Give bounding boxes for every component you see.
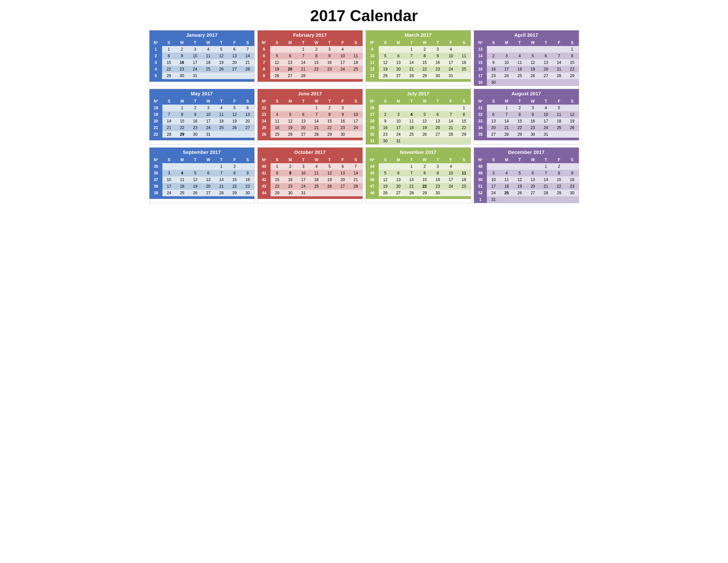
day-cell: 5: [513, 170, 526, 176]
day-cell: 4: [215, 105, 228, 111]
day-cell: 18: [176, 183, 189, 190]
table-row: 10567891011: [366, 53, 471, 59]
week-number: 2: [150, 53, 162, 59]
day-cell: [526, 163, 539, 170]
day-cell: 16: [241, 176, 254, 183]
col-header-T: T: [323, 39, 336, 46]
col-header-S: S: [270, 39, 283, 46]
month-header-0: January 2017: [150, 30, 254, 39]
day-cell: [271, 105, 284, 111]
month-green-10: November 2017NºSMTWTFS441234455678910114…: [365, 147, 471, 203]
table-row: 2916171819202122: [366, 124, 471, 131]
day-cell: 23: [487, 72, 500, 79]
day-cell: 4: [405, 111, 418, 118]
day-cell: 21: [444, 124, 457, 131]
week-number: 18: [150, 105, 163, 111]
day-cell: 19: [284, 124, 297, 131]
week-number: 35: [150, 163, 163, 170]
day-cell: 15: [323, 118, 336, 124]
day-cell: 1: [566, 46, 579, 53]
day-cell: 1: [271, 163, 284, 170]
week-number: 5: [150, 72, 162, 79]
day-cell: [566, 131, 579, 138]
col-header-T: T: [513, 39, 526, 46]
day-cell: 9: [241, 170, 254, 176]
day-cell: 18: [552, 118, 566, 124]
table-row: [366, 79, 471, 82]
col-header-Nº: Nº: [474, 98, 487, 105]
day-cell: 10: [500, 59, 513, 66]
day-cell: 12: [284, 118, 297, 124]
table-row: 9262728: [258, 72, 363, 79]
table-row: 4812: [474, 163, 579, 170]
col-header-W: W: [310, 156, 323, 163]
day-cell: 28: [539, 190, 553, 196]
table-row: 315161718192021: [150, 59, 254, 66]
day-cell: 1: [310, 105, 323, 111]
col-header-S: S: [241, 39, 254, 46]
day-cell: 27: [392, 190, 405, 196]
day-cell: [349, 72, 363, 79]
col-header-F: F: [228, 156, 241, 163]
day-cell: 14: [552, 59, 566, 66]
day-cell: 27: [241, 124, 254, 131]
day-cell: 5: [284, 111, 297, 118]
day-cell: 15: [162, 59, 175, 66]
table-row: 819202122232425: [258, 66, 363, 72]
day-cell: 24: [487, 190, 500, 196]
day-cell: 11: [176, 176, 189, 183]
col-header-Nº: Nº: [258, 39, 271, 46]
month-purple-3: April 2017NºSMTWTFS131142345678159101112…: [474, 30, 579, 86]
table-row: 401234567: [258, 163, 363, 170]
day-cell: 7: [405, 170, 418, 176]
day-cell: 10: [444, 170, 457, 176]
col-header-S: S: [487, 39, 500, 46]
day-cell: 17: [336, 59, 349, 66]
day-cell: 16: [189, 118, 202, 124]
table-row: 45567891011: [366, 170, 471, 176]
table-row: [258, 138, 363, 140]
day-cell: 5: [189, 170, 202, 176]
month-header-5: June 2017: [258, 89, 363, 98]
day-cell: 2: [418, 163, 431, 170]
col-header-F: F: [336, 39, 349, 46]
week-number: 6: [258, 53, 271, 59]
table-row: [150, 79, 254, 82]
table-row: 5293031: [150, 72, 254, 79]
table-row: 5224252627282930: [474, 190, 579, 196]
day-cell: 2: [418, 46, 431, 53]
day-cell: 10: [202, 111, 215, 118]
day-cell: [526, 46, 539, 53]
day-cell: 9: [284, 170, 297, 176]
month-red-9: October 2017NºSMTWTFS4012345674189101112…: [257, 147, 363, 203]
day-cell: 8: [513, 111, 526, 118]
col-header-Nº: Nº: [150, 39, 162, 46]
day-cell: 19: [526, 66, 539, 72]
day-cell: 2: [513, 105, 526, 111]
day-cell: 18: [271, 124, 284, 131]
col-header-S: S: [349, 98, 363, 105]
day-cell: 5: [552, 105, 566, 111]
table-row: 1112131415161718: [366, 59, 471, 66]
col-header-W: W: [202, 39, 215, 46]
day-cell: 9: [323, 53, 336, 59]
day-cell: 17: [349, 118, 363, 124]
day-cell: 9: [175, 53, 189, 59]
day-cell: 24: [444, 66, 457, 72]
day-cell: 15: [418, 176, 431, 183]
day-cell: 26: [379, 190, 392, 196]
day-cell: 18: [457, 59, 471, 66]
day-cell: [513, 196, 526, 203]
day-cell: 28: [349, 183, 363, 190]
day-cell: [487, 163, 500, 170]
day-cell: [310, 190, 323, 196]
week-number: 29: [366, 124, 379, 131]
day-cell: [379, 163, 392, 170]
col-header-Nº: Nº: [474, 39, 487, 46]
empty-row: [258, 138, 363, 140]
day-cell: 17: [444, 59, 457, 66]
day-cell: 13: [283, 59, 297, 66]
day-cell: 13: [431, 118, 445, 124]
day-cell: 11: [405, 118, 418, 124]
col-header-S: S: [457, 98, 471, 105]
